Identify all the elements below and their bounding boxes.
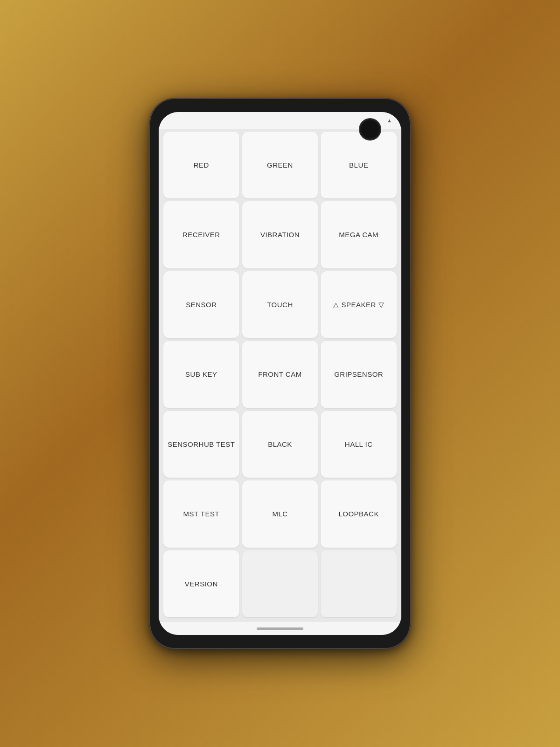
grid-cell-blue[interactable]: BLUE [321,132,397,198]
grid-cell-label-green: GREEN [267,161,293,170]
grid-cell-front-cam[interactable]: FRONT CAM [242,341,318,408]
grid-cell-label-touch: TOUCH [267,300,293,310]
grid-cell-hall-ic[interactable]: HALL IC [321,411,397,478]
grid-cell-black[interactable]: BLACK [242,411,318,478]
grid-cell-loopback[interactable]: LOOPBACK [321,480,397,547]
grid-cell-label-receiver: RECEIVER [182,230,220,240]
grid-cell-label-sensorhub-test: SENSORHUB TEST [168,440,235,449]
grid-cell-label-blue: BLUE [349,161,368,170]
grid-cell-sensorhub-test[interactable]: SENSORHUB TEST [163,411,239,478]
grid-cell-receiver[interactable]: RECEIVER [163,201,239,268]
grid-cell-vibration[interactable]: VIBRATION [242,201,318,268]
grid-cell-label-sub-key: SUB KEY [185,370,217,379]
grid-cell-empty-2 [321,550,397,617]
grid-cell-sub-key[interactable]: SUB KEY [163,341,239,408]
grid-cell-label-front-cam: FRONT CAM [258,370,301,379]
grid-cell-label-loopback: LOOPBACK [338,509,379,519]
grid-cell-label-version: VERSION [185,579,218,589]
grid-cell-speaker[interactable]: △ SPEAKER ▽ [321,271,397,338]
diagnostic-grid: REDGREENBLUERECEIVERVIBRATIONMEGA CAMSEN… [159,129,401,622]
grid-cell-label-vibration: VIBRATION [260,230,300,240]
grid-cell-empty-1 [242,550,318,617]
front-camera-hole [361,120,379,138]
grid-cell-label-mega-cam: MEGA CAM [339,230,378,240]
grid-cell-mst-test[interactable]: MST TEST [163,480,239,547]
grid-cell-sensor[interactable]: SENSOR [163,271,239,338]
grid-cell-mlc[interactable]: MLC [242,480,318,547]
grid-cell-label-gripsensor: GRIPSENSOR [334,370,383,379]
grid-cell-label-black: BLACK [268,440,292,449]
grid-cell-version[interactable]: VERSION [163,550,239,617]
status-text: ▲ [387,118,392,123]
grid-cell-label-mst-test: MST TEST [183,509,220,519]
grid-cell-mega-cam[interactable]: MEGA CAM [321,201,397,268]
grid-cell-label-mlc: MLC [272,509,287,519]
home-indicator [257,627,303,630]
grid-cell-label-red: RED [194,161,209,170]
phone-screen: ▲ REDGREENBLUERECEIVERVIBRATIONMEGA CAMS… [159,112,401,635]
grid-cell-label-hall-ic: HALL IC [345,440,373,449]
grid-cell-touch[interactable]: TOUCH [242,271,318,338]
bottom-bar [159,622,401,635]
phone-device: ▲ REDGREENBLUERECEIVERVIBRATIONMEGA CAMS… [149,98,411,649]
grid-cell-green[interactable]: GREEN [242,132,318,198]
grid-cell-gripsensor[interactable]: GRIPSENSOR [321,341,397,408]
grid-cell-label-sensor: SENSOR [186,300,217,310]
grid-cell-red[interactable]: RED [163,132,239,198]
grid-cell-label-speaker: △ SPEAKER ▽ [333,300,384,310]
